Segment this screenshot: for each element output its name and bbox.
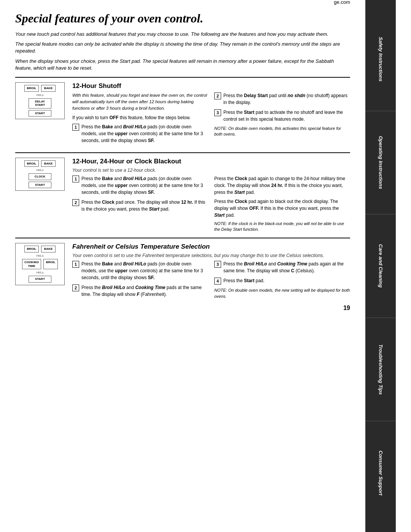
intro-text-3: When the display shows your choice, pres… (15, 58, 350, 72)
section2: BROIL BAKE Hi/Lo CLOCK START 12-Hour, 24… (15, 158, 350, 233)
section2-content: 12-Hour, 24-Hour or Clock Blackout Your … (72, 158, 350, 233)
step-num-1-1: 1 (72, 124, 79, 131)
oven-diagram-3: BROIL BAKE Hi/Lo COOKINGTIME BROIL Hi/Lo… (15, 243, 65, 285)
section3-col-right: 3 Press the Broil Hi/Lo and Cooking Time… (214, 260, 350, 301)
section1-two-col: With this feature, should you forget and… (72, 92, 350, 147)
start-btn-1: START (29, 110, 51, 117)
right-sidebar: Safety Instructions Operating Instructio… (365, 0, 396, 532)
section3-note: NOTE: On double oven models, the new set… (214, 288, 350, 299)
section1-step1: 1 Press the Bake and Broil Hi/Lo pads (o… (72, 123, 208, 144)
section3-step1: 1 Press the Bake and Broil Hi/Lo pads (o… (72, 260, 208, 281)
section1-step3: 3 Press the Start pad to activate the no… (214, 109, 350, 123)
broil-btn-2: BROIL (24, 160, 39, 167)
section3-diagram: BROIL BAKE Hi/Lo COOKINGTIME BROIL Hi/Lo… (15, 243, 65, 301)
intro-text-1: Your new touch pad control has additiona… (15, 31, 350, 38)
section3-divider (15, 238, 350, 238)
section2-right1: Press the Clock pad again to change to t… (214, 175, 350, 196)
section2-step2: 2 Press the Clock pad once. The display … (72, 199, 208, 212)
section2-diagram: BROIL BAKE Hi/Lo CLOCK START (15, 158, 65, 233)
section1-divider (15, 77, 350, 78)
section3-step3: 3 Press the Broil Hi/Lo and Cooking Time… (214, 260, 350, 274)
section2-right2: Press the Clock pad again to black out t… (214, 198, 350, 219)
section3-step2: 2 Press the Broil Hi/Lo and Cooking Time… (72, 284, 208, 298)
section1-step2: 2 Press the Delay Start pad until no shd… (214, 92, 350, 106)
hilo-label-3: Hi/Lo (37, 254, 44, 257)
delay-start-btn: DELAYSTART (29, 98, 51, 109)
step-num-1-2: 2 (214, 93, 221, 99)
bake-btn-1: BAKE (41, 85, 56, 92)
bake-btn-3: BAKE (41, 246, 56, 252)
sidebar-troubleshooting: Troubleshooting Tips (365, 318, 396, 422)
cooking-time-btn: COOKINGTIME (22, 259, 41, 269)
step1-1-text: Press the Bake and Broil Hi/Lo pads (on … (81, 123, 208, 144)
step1-2-text: Press the Delay Start pad until no shdn … (223, 92, 350, 106)
step3-3-text: Press the Broil Hi/Lo and Cooking Time p… (223, 260, 350, 274)
section1: BROIL BAKE Hi/Lo DELAYSTART START 12-Hou… (15, 82, 350, 147)
step3-2-text: Press the Broil Hi/Lo and Cooking Time p… (81, 284, 208, 298)
main-content: Special features of your oven control. g… (0, 0, 365, 532)
page-title: Special features of your oven control. (15, 11, 203, 26)
section1-left-text: With this feature, should you forget and… (72, 92, 208, 112)
step3-4-text: Press the Start pad. (223, 277, 350, 284)
broil-btn-3b: BROIL (43, 259, 58, 269)
ge-com-label: ge.com (334, 0, 350, 5)
hilo-label-2: Hi/Lo (37, 168, 44, 172)
hilo-label-3b: Hi/Lo (37, 271, 44, 274)
step-num-3-2: 2 (72, 284, 79, 291)
section3-content: Fahrenheit or Celsius Temperature Select… (72, 243, 350, 301)
step-num-3-3: 3 (214, 261, 221, 268)
oven-diagram-1: BROIL BAKE Hi/Lo DELAYSTART START (15, 82, 65, 119)
section2-col-right: Press the Clock pad again to change to t… (214, 175, 350, 233)
section1-note: NOTE: On double oven models, this activa… (214, 126, 350, 137)
section2-subtitle: Your control is set to use a 12-hour clo… (72, 168, 350, 173)
step-num-3-1: 1 (72, 261, 79, 268)
hilo-label-1: Hi/Lo (37, 93, 44, 97)
broil-btn-3: BROIL (24, 246, 39, 252)
step2-1-text: Press the Bake and Broil Hi/Lo pads (on … (81, 175, 208, 196)
intro-text-2: The special feature modes can only be ac… (15, 41, 350, 54)
section1-title: 12-Hour Shutoff (72, 82, 350, 90)
broil-btn-1: BROIL (24, 85, 39, 92)
oven-diagram-2: BROIL BAKE Hi/Lo CLOCK START (15, 158, 65, 191)
step1-3-text: Press the Start pad to activate the no s… (223, 109, 350, 123)
sidebar-safety: Safety Instructions (365, 8, 396, 111)
section3-title: Fahrenheit or Celsius Temperature Select… (72, 243, 350, 251)
section2-step1: 1 Press the Bake and Broil Hi/Lo pads (o… (72, 175, 208, 196)
section2-note: NOTE: If the clock is in the black-out m… (214, 221, 350, 233)
step-num-3-4: 4 (214, 278, 221, 284)
section1-diagram: BROIL BAKE Hi/Lo DELAYSTART START (15, 82, 65, 147)
step-num-2-1: 1 (72, 176, 79, 182)
section2-two-col: 1 Press the Bake and Broil Hi/Lo pads (o… (72, 175, 350, 233)
section3-step4: 4 Press the Start pad. (214, 277, 350, 284)
section3-col-left: 1 Press the Bake and Broil Hi/Lo pads (o… (72, 260, 208, 301)
section2-col-left: 1 Press the Bake and Broil Hi/Lo pads (o… (72, 175, 208, 233)
section3-subtitle: Your oven control is set to use the Fahr… (72, 253, 350, 258)
clock-btn: CLOCK (29, 173, 51, 180)
section3-two-col: 1 Press the Bake and Broil Hi/Lo pads (o… (72, 260, 350, 301)
bake-btn-2: BAKE (41, 160, 56, 167)
sidebar-consumer: Consumer Support (365, 421, 396, 524)
step-num-1-3: 3 (214, 109, 221, 116)
start-btn-2: START (29, 182, 51, 189)
sidebar-care: Care and Cleaning (365, 214, 396, 318)
section2-divider (15, 152, 350, 153)
step3-1-text: Press the Bake and Broil Hi/Lo pads (on … (81, 260, 208, 281)
section1-col-left: With this feature, should you forget and… (72, 92, 208, 147)
sidebar-operating: Operating Instructions (365, 111, 396, 215)
section1-col-right: 2 Press the Delay Start pad until no shd… (214, 92, 350, 147)
start-btn-3: START (29, 276, 51, 283)
section1-content: 12-Hour Shutoff With this feature, shoul… (72, 82, 350, 147)
page-number: 19 (15, 305, 350, 312)
section1-off-text: If you wish to turn OFF this feature, fo… (72, 114, 208, 121)
section3: BROIL BAKE Hi/Lo COOKINGTIME BROIL Hi/Lo… (15, 243, 350, 301)
section2-title: 12-Hour, 24-Hour or Clock Blackout (72, 158, 350, 165)
step-num-2-2: 2 (72, 199, 79, 206)
step2-2-text: Press the Clock pad once. The display wi… (81, 199, 208, 212)
